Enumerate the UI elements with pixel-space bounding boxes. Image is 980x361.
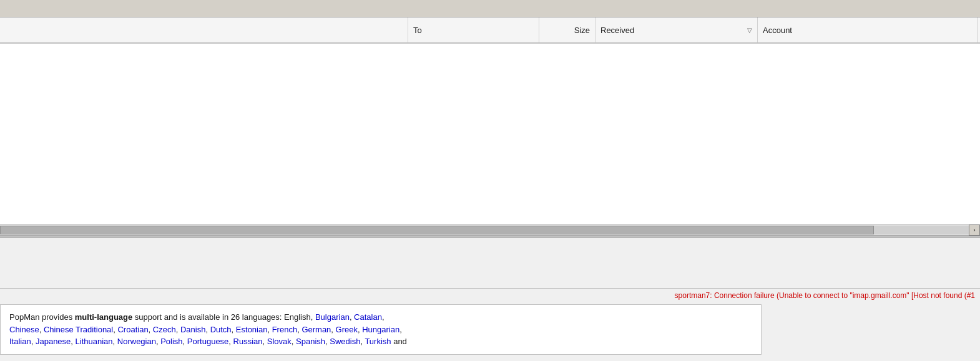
- status-bar: sportman7: Connection failure (Unable to…: [0, 288, 980, 302]
- table-body: [0, 44, 980, 224]
- info-panel: PopMan provides multi-language support a…: [0, 304, 762, 355]
- lang-portuguese[interactable]: Portuguese: [187, 337, 229, 346]
- lang-chinese-traditional[interactable]: Chinese Traditional: [44, 325, 113, 334]
- lang-polish[interactable]: Polish: [160, 337, 182, 346]
- lang-bulgarian[interactable]: Bulgarian: [315, 312, 350, 322]
- lang-greek[interactable]: Greek: [336, 325, 358, 334]
- lang-lithuanian[interactable]: Lithuanian: [76, 337, 113, 346]
- col-header-to[interactable]: To: [408, 17, 539, 42]
- bold-multilanguage: multi-language: [75, 312, 132, 322]
- lang-czech[interactable]: Czech: [153, 325, 176, 334]
- lang-danish[interactable]: Danish: [180, 325, 205, 334]
- lang-german[interactable]: German: [301, 325, 331, 334]
- col-received-label: Received: [600, 26, 634, 35]
- lang-turkish[interactable]: Turkish: [365, 337, 391, 346]
- top-toolbar: [0, 0, 980, 17]
- scrollbar-track[interactable]: [0, 226, 969, 234]
- connection-error-message: sportman7: Connection failure (Unable to…: [675, 291, 975, 300]
- lang-italian[interactable]: Italian: [9, 337, 31, 346]
- horizontal-scrollbar[interactable]: ›: [0, 224, 980, 236]
- lower-panel: [0, 238, 980, 288]
- lang-catalan[interactable]: Catalan: [354, 312, 382, 322]
- lang-swedish[interactable]: Swedish: [330, 337, 360, 346]
- lang-japanese[interactable]: Japanese: [36, 337, 71, 346]
- lang-spanish[interactable]: Spanish: [296, 337, 325, 346]
- lang-dutch[interactable]: Dutch: [210, 325, 232, 334]
- col-account-label: Account: [763, 26, 792, 35]
- lang-slovak[interactable]: Slovak: [267, 337, 292, 346]
- scroll-right-button[interactable]: ›: [969, 224, 980, 236]
- right-arrow-icon: ›: [974, 227, 976, 233]
- col-header-subject[interactable]: [2, 17, 408, 42]
- lang-estonian[interactable]: Estonian: [236, 325, 268, 334]
- lang-croatian[interactable]: Croatian: [117, 325, 148, 334]
- info-intro: PopMan provides multi-language support a…: [9, 312, 385, 322]
- lang-hungarian[interactable]: Hungarian: [362, 325, 399, 334]
- lang-russian[interactable]: Russian: [233, 337, 263, 346]
- lang-french[interactable]: French: [272, 325, 297, 334]
- info-line3: Italian, Japanese, Lithuanian, Norwegian…: [9, 337, 407, 346]
- col-header-size[interactable]: Size: [539, 17, 595, 42]
- lang-chinese[interactable]: Chinese: [9, 325, 39, 334]
- col-header-account[interactable]: Account: [758, 17, 978, 42]
- col-size-label: Size: [574, 26, 590, 35]
- table-header: To Size Received ▽ Account: [0, 17, 980, 44]
- scrollbar-thumb[interactable]: [0, 226, 874, 234]
- col-to-label: To: [413, 26, 422, 35]
- info-line2: Chinese, Chinese Traditional, Croatian, …: [9, 325, 402, 334]
- col-header-received[interactable]: Received ▽: [595, 17, 758, 42]
- lang-norwegian[interactable]: Norwegian: [117, 337, 156, 346]
- sort-descending-icon: ▽: [747, 27, 752, 34]
